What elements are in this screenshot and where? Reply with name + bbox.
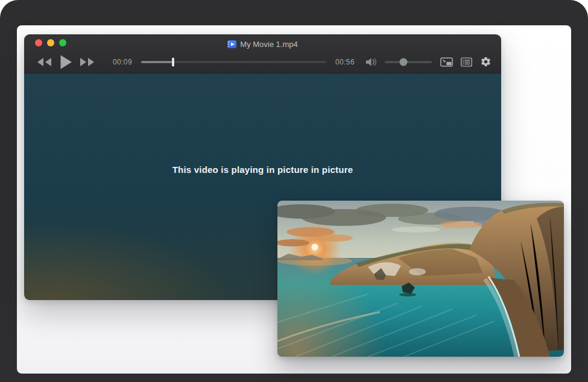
time-total: 00:56 xyxy=(332,58,358,66)
playlist-icon xyxy=(461,57,472,67)
fast-forward-icon xyxy=(80,57,95,67)
volume-track xyxy=(385,61,432,63)
mute-button[interactable] xyxy=(365,57,379,67)
pip-window[interactable] xyxy=(277,201,564,357)
traffic-lights xyxy=(35,39,66,46)
seek-track-played xyxy=(141,61,173,63)
seek-slider[interactable] xyxy=(141,57,326,67)
close-button[interactable] xyxy=(35,39,42,46)
settings-button[interactable] xyxy=(480,56,492,67)
time-elapsed: 00:09 xyxy=(110,58,135,66)
pip-photo-coastal-scene xyxy=(277,201,564,357)
volume-knob[interactable] xyxy=(400,58,408,66)
movie-file-icon xyxy=(227,40,236,49)
screenshot-canvas: My Movie 1.mp4 xyxy=(0,0,588,382)
seek-track xyxy=(141,61,326,63)
picture-in-picture-icon xyxy=(440,57,453,67)
pip-status-message: This video is playing in picture in pict… xyxy=(172,164,353,175)
volume-slider[interactable] xyxy=(385,57,432,67)
window-title-text: My Movie 1.mp4 xyxy=(240,40,297,49)
rewind-icon xyxy=(36,57,52,67)
gear-icon xyxy=(480,56,492,67)
play-icon xyxy=(59,54,72,70)
desktop-background: My Movie 1.mp4 xyxy=(17,25,571,374)
device-frame: My Movie 1.mp4 xyxy=(0,0,588,382)
fast-forward-button[interactable] xyxy=(80,57,95,67)
speaker-icon xyxy=(365,57,379,67)
window-title: My Movie 1.mp4 xyxy=(227,40,297,49)
playlist-button[interactable] xyxy=(461,57,472,67)
window-titlebar[interactable]: My Movie 1.mp4 xyxy=(24,34,501,51)
player-header: My Movie 1.mp4 xyxy=(24,34,501,74)
play-button[interactable] xyxy=(59,54,72,70)
seek-playhead[interactable] xyxy=(172,57,174,66)
player-controls: 00:09 00:56 xyxy=(24,51,501,72)
picture-in-picture-button[interactable] xyxy=(440,57,453,67)
rewind-button[interactable] xyxy=(36,57,52,67)
zoom-button[interactable] xyxy=(59,39,66,46)
minimize-button[interactable] xyxy=(47,39,54,46)
